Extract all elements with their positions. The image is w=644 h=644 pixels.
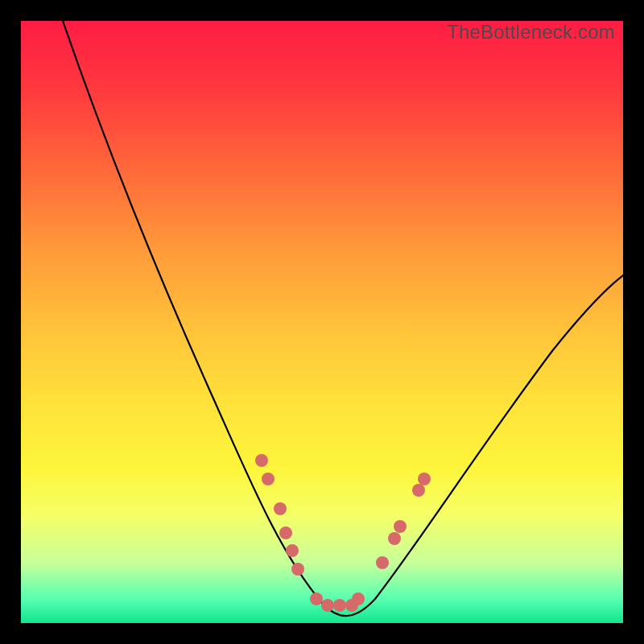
svg-point-3 [279,526,292,539]
svg-point-11 [376,556,389,569]
svg-point-6 [310,592,323,605]
chart-plot-area: TheBottleneck.com [21,21,623,623]
svg-point-4 [286,544,299,557]
svg-point-12 [388,532,401,545]
svg-point-14 [412,484,425,497]
svg-point-0 [255,454,268,467]
svg-point-1 [262,473,275,485]
curve-path [63,21,623,616]
svg-point-13 [394,520,407,533]
svg-point-8 [333,599,346,612]
svg-point-5 [291,563,304,576]
svg-point-2 [274,502,287,515]
svg-point-10 [352,592,365,605]
watermark-text: TheBottleneck.com [447,21,615,43]
bottleneck-curve [21,21,623,623]
svg-point-7 [321,599,334,612]
svg-point-15 [418,473,431,485]
curve-markers [255,454,431,612]
